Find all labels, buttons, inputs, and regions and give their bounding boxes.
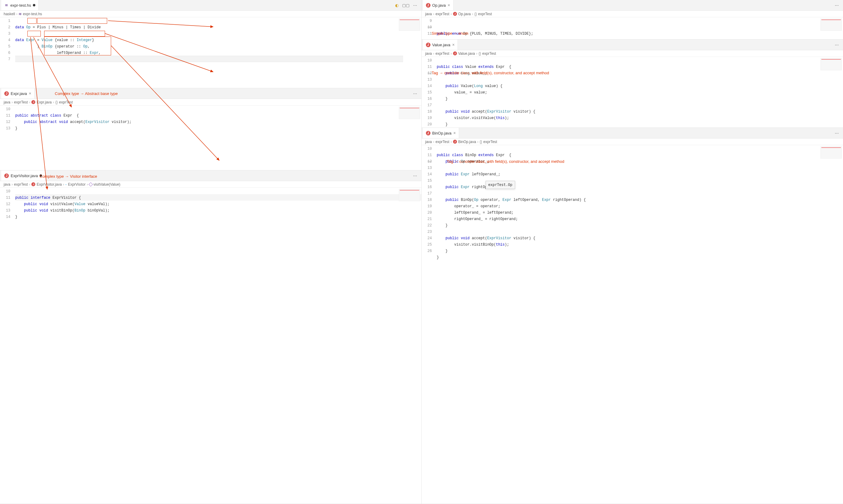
tab-label: Value.java — [432, 42, 451, 47]
java-icon: J — [4, 174, 9, 178]
close-icon[interactable]: × — [448, 3, 450, 7]
tab-label: ExprVisitor.java — [11, 174, 38, 178]
editor-expr[interactable]: 10111213 public abstract class Expr { pu… — [0, 106, 422, 170]
java-icon: J — [426, 131, 430, 136]
breadcrumb[interactable]: java› exprTest› J ExprVisitor.java› ◦ Ex… — [0, 181, 422, 188]
minimap[interactable] — [399, 19, 420, 31]
more-actions-icon[interactable]: ⋯ — [835, 3, 839, 7]
namespace-icon: {} — [55, 100, 58, 104]
tab-binop-java[interactable]: J BinOp.java × — [423, 128, 460, 138]
editor-visitor[interactable]: 1011121314 public interface ExprVisitor … — [0, 188, 422, 504]
dirty-indicator-icon — [40, 174, 42, 177]
method-icon — [89, 182, 93, 186]
namespace-icon: {} — [474, 12, 477, 16]
minimap[interactable] — [821, 146, 842, 159]
tab-label: Op.java — [432, 3, 446, 7]
java-icon: J — [31, 182, 35, 186]
tab-expr-test-hs[interactable]: ≋ expr-test.hs — [1, 0, 39, 10]
breadcrumb[interactable]: haskell › ≋ expr-test.hs — [0, 11, 422, 17]
more-actions-icon[interactable]: ⋯ — [413, 174, 417, 178]
java-icon: J — [453, 51, 457, 55]
java-icon: J — [31, 100, 35, 104]
tab-value-java[interactable]: J Value.java × — [423, 39, 458, 50]
namespace-icon: {} — [480, 140, 482, 144]
breadcrumb[interactable]: java› exprTest› J Op.java› {} exprTest — [422, 11, 843, 17]
dirty-indicator-icon — [33, 4, 35, 6]
tab-op-java[interactable]: J Op.java × — [423, 0, 454, 10]
editor-haskell[interactable]: 1234567 data Op = Plus | Minus | Times |… — [0, 17, 422, 88]
breadcrumb[interactable]: java› exprTest› J BinOp.java› {} exprTes… — [422, 139, 843, 145]
close-icon[interactable]: × — [453, 131, 456, 135]
interface-icon: ◦ — [66, 182, 67, 186]
minimap[interactable] — [821, 19, 842, 31]
breadcrumb[interactable]: java› exprTest› J Expr.java› {} exprTest — [0, 99, 422, 106]
namespace-icon: {} — [479, 51, 481, 56]
minimap[interactable] — [399, 189, 420, 201]
more-actions-icon[interactable]: ⋯ — [835, 131, 839, 136]
more-actions-icon[interactable]: ⋯ — [835, 42, 839, 47]
editor-value[interactable]: 1011121314151617181920 public class Valu… — [422, 57, 843, 127]
hover-tooltip: exprTest.Op — [486, 181, 515, 189]
java-icon: J — [426, 3, 430, 7]
java-icon: J — [426, 42, 430, 47]
minimap[interactable] — [821, 58, 842, 70]
breadcrumb[interactable]: java› exprTest› J Value.java› {} exprTes… — [422, 50, 843, 57]
java-icon: J — [453, 12, 457, 16]
java-icon: J — [4, 91, 9, 96]
more-actions-icon[interactable]: ⋯ — [413, 91, 417, 96]
editor-op[interactable]: 91011 public enum Op {PLUS, MINUS, TIMES… — [422, 17, 843, 39]
tab-label: BinOp.java — [432, 131, 452, 136]
tab-label: Expr.java — [11, 91, 27, 96]
split-editor-icon[interactable]: ▢▢ — [402, 3, 410, 7]
close-icon[interactable]: × — [29, 91, 31, 95]
java-icon: J — [453, 140, 457, 144]
haskell-icon: ≋ — [19, 12, 22, 16]
tab-expr-java[interactable]: J Expr.java × — [1, 88, 35, 98]
compare-icon[interactable]: ◐ — [395, 3, 398, 7]
tab-label: expr-test.hs — [10, 3, 31, 7]
close-icon[interactable]: × — [452, 42, 454, 47]
minimap[interactable] — [399, 107, 420, 119]
haskell-icon: ≋ — [4, 3, 8, 7]
more-actions-icon[interactable]: ⋯ — [413, 3, 417, 7]
editor-binop[interactable]: 1011121314151617181920212223242526 publi… — [422, 145, 843, 504]
tab-exprvisitor-java[interactable]: J ExprVisitor.java — [1, 170, 46, 181]
